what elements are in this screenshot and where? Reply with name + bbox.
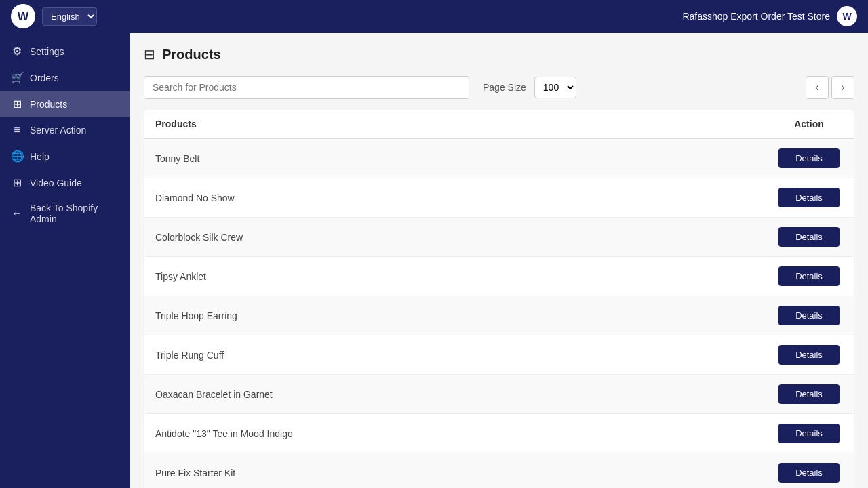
table-body: Tonny Belt Details Diamond No Show Detai… <box>144 139 854 488</box>
action-cell: Details <box>775 306 843 325</box>
col-header-action: Action <box>775 119 843 129</box>
table-row: Colorblock Silk Crew Details <box>144 218 854 257</box>
layout: ⚙ Settings 🛒 Orders ⊞ Products ≡ Server … <box>0 33 868 488</box>
pagination: ‹ › <box>806 76 854 99</box>
settings-icon: ⚙ <box>11 45 23 58</box>
action-cell: Details <box>775 424 843 443</box>
product-name: Tipsy Anklet <box>155 271 775 282</box>
details-button[interactable]: Details <box>778 463 840 483</box>
page-size-select[interactable]: 100 10 25 50 <box>534 77 576 98</box>
video-guide-icon: ⊞ <box>11 176 23 189</box>
action-cell: Details <box>775 188 843 207</box>
details-button[interactable]: Details <box>778 227 840 247</box>
page-size-label: Page Size <box>483 82 526 93</box>
app-logo: W <box>11 4 35 28</box>
table-row: Oaxacan Bracelet in Garnet Details <box>144 375 854 414</box>
sidebar-item-help[interactable]: 🌐 Help <box>0 143 130 169</box>
search-input[interactable] <box>144 76 469 99</box>
store-name: Rafasshop Export Order Test Store <box>682 11 830 22</box>
action-cell: Details <box>775 266 843 286</box>
topnav-right: Rafasshop Export Order Test Store W <box>682 6 857 26</box>
sidebar-label-settings: Settings <box>30 46 64 57</box>
topnav: W English Rafasshop Export Order Test St… <box>0 0 868 33</box>
orders-icon: 🛒 <box>11 71 23 84</box>
product-name: Tonny Belt <box>155 153 775 164</box>
sidebar-item-orders[interactable]: 🛒 Orders <box>0 64 130 91</box>
product-name: Triple Hoop Earring <box>155 310 775 321</box>
sidebar-item-back[interactable]: ← Back To Shopify Admin <box>0 196 130 231</box>
details-button[interactable]: Details <box>778 306 840 325</box>
product-name: Pure Fix Starter Kit <box>155 468 775 479</box>
product-name: Triple Rung Cuff <box>155 350 775 361</box>
page-title: Products <box>162 47 221 62</box>
sidebar-label-help: Help <box>30 151 50 162</box>
product-name: Antidote "13" Tee in Mood Indigo <box>155 428 775 439</box>
page-icon: ⊟ <box>144 46 155 62</box>
details-button[interactable]: Details <box>778 384 840 404</box>
toolbar: Page Size 100 10 25 50 ‹ › <box>144 76 854 99</box>
col-header-products: Products <box>155 119 775 129</box>
help-icon: 🌐 <box>11 150 23 163</box>
topnav-left: W English <box>11 4 97 28</box>
sidebar-item-server-action[interactable]: ≡ Server Action <box>0 117 130 143</box>
next-page-button[interactable]: › <box>831 76 854 99</box>
product-name: Oaxacan Bracelet in Garnet <box>155 389 775 400</box>
action-cell: Details <box>775 227 843 247</box>
page-header: ⊟ Products <box>144 46 854 62</box>
table-row: Triple Rung Cuff Details <box>144 336 854 375</box>
table-row: Diamond No Show Details <box>144 178 854 218</box>
language-select[interactable]: English <box>42 7 97 26</box>
details-button[interactable]: Details <box>778 424 840 443</box>
prev-page-button[interactable]: ‹ <box>806 76 829 99</box>
sidebar-label-back: Back To Shopify Admin <box>30 203 119 224</box>
back-icon: ← <box>11 207 23 220</box>
action-cell: Details <box>775 384 843 404</box>
product-name: Diamond No Show <box>155 192 775 203</box>
details-button[interactable]: Details <box>778 188 840 207</box>
details-button[interactable]: Details <box>778 266 840 286</box>
sidebar-label-video-guide: Video Guide <box>30 178 82 188</box>
table-header: Products Action <box>144 110 854 139</box>
sidebar-label-server-action: Server Action <box>30 125 86 136</box>
sidebar: ⚙ Settings 🛒 Orders ⊞ Products ≡ Server … <box>0 33 130 488</box>
action-cell: Details <box>775 345 843 365</box>
store-logo: W <box>837 6 857 26</box>
server-action-icon: ≡ <box>11 124 23 136</box>
table-row: Tonny Belt Details <box>144 139 854 178</box>
action-cell: Details <box>775 463 843 483</box>
table-row: Pure Fix Starter Kit Details <box>144 453 854 488</box>
sidebar-item-settings[interactable]: ⚙ Settings <box>0 38 130 64</box>
products-table: Products Action Tonny Belt Details Diamo… <box>144 110 854 488</box>
sidebar-label-orders: Orders <box>30 73 59 83</box>
sidebar-item-products[interactable]: ⊞ Products <box>0 91 130 117</box>
table-row: Antidote "13" Tee in Mood Indigo Details <box>144 414 854 453</box>
main-content: ⊟ Products Page Size 100 10 25 50 ‹ › Pr… <box>130 33 868 488</box>
sidebar-item-video-guide[interactable]: ⊞ Video Guide <box>0 169 130 196</box>
details-button[interactable]: Details <box>778 345 840 365</box>
details-button[interactable]: Details <box>778 148 840 168</box>
table-row: Triple Hoop Earring Details <box>144 296 854 336</box>
product-name: Colorblock Silk Crew <box>155 232 775 243</box>
sidebar-label-products: Products <box>30 99 67 110</box>
table-row: Tipsy Anklet Details <box>144 257 854 296</box>
action-cell: Details <box>775 148 843 168</box>
products-icon: ⊞ <box>11 98 23 110</box>
